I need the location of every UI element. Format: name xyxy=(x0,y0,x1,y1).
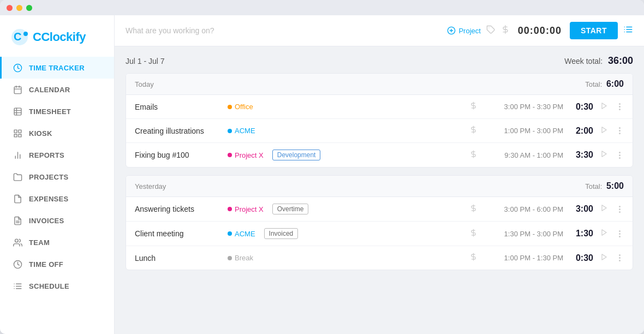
sidebar-item-projects[interactable]: PROJECTS xyxy=(0,166,114,188)
entry-name: Answering tickets xyxy=(135,205,222,213)
timesheet-icon xyxy=(13,106,22,116)
billing-status-icon[interactable] xyxy=(468,253,479,263)
entry-name: Client meeting xyxy=(135,229,222,238)
billing-status-icon[interactable] xyxy=(468,102,479,112)
maximize-button[interactable] xyxy=(26,5,32,11)
entry-tag: Development xyxy=(272,150,321,160)
kiosk-icon xyxy=(13,128,22,138)
sidebar-item-expenses[interactable]: EXPENSES xyxy=(0,188,114,210)
sidebar-label-calendar: CALENDAR xyxy=(29,86,70,94)
entry-row: Emails Office 3:00 PM - 3:30 PM 0:30 xyxy=(126,95,633,119)
duration: 0:30 xyxy=(569,253,593,263)
svg-marker-41 xyxy=(602,103,606,109)
billing-status-icon[interactable] xyxy=(468,204,479,214)
week-total-value: 36:00 xyxy=(608,55,633,66)
sidebar-item-calendar[interactable]: CALENDAR xyxy=(0,79,114,100)
logo: C CClockify xyxy=(0,24,114,57)
view-toggle-icon[interactable] xyxy=(623,25,633,37)
sidebar-label-timesheet: TIMESHEET xyxy=(29,108,71,116)
svg-marker-45 xyxy=(602,151,606,157)
entry-row: Lunch Break 1:00 PM - 1:30 PM 0:30 xyxy=(126,246,633,270)
app-window: C CClockify TIME TRACKER CALENDAR xyxy=(0,0,644,334)
time-range: 1:00 PM - 3:00 PM xyxy=(484,127,563,135)
play-button[interactable] xyxy=(599,102,610,112)
entry-row: Client meeting ACME Invoiced 1:30 PM - 3… xyxy=(126,222,633,246)
sidebar-label-time-tracker: TIME TRACKER xyxy=(29,64,85,72)
svg-text:C: C xyxy=(14,31,21,43)
more-options-button[interactable] xyxy=(615,127,624,134)
billing-status-icon[interactable] xyxy=(468,229,479,239)
yesterday-header: Yesterday Total: 5:00 xyxy=(126,176,633,197)
start-button[interactable]: START xyxy=(570,22,618,39)
close-button[interactable] xyxy=(7,5,13,11)
today-header: Today Total: 6:00 xyxy=(126,74,633,95)
entry-row: Answering tickets Project X Overtime 3:0… xyxy=(126,197,633,222)
billing-icon[interactable] xyxy=(501,25,510,36)
yesterday-total-value: 5:00 xyxy=(606,181,624,190)
play-button[interactable] xyxy=(599,126,610,136)
entry-project: Break xyxy=(228,254,253,262)
project-color-dot xyxy=(228,153,232,157)
add-project-icon xyxy=(447,26,456,35)
sidebar-label-reports: REPORTS xyxy=(29,151,64,159)
play-button[interactable] xyxy=(599,253,610,263)
sidebar-item-time-off[interactable]: TIME OFF xyxy=(0,253,114,275)
svg-marker-49 xyxy=(602,230,606,236)
logo-text: CClockify xyxy=(33,30,86,44)
sidebar-item-invoices[interactable]: INVOICES xyxy=(0,210,114,231)
sidebar: C CClockify TIME TRACKER CALENDAR xyxy=(0,15,115,334)
sidebar-item-timesheet[interactable]: TIMESHEET xyxy=(0,100,114,122)
sidebar-item-team[interactable]: TEAM xyxy=(0,231,114,253)
time-range: 1:00 PM - 1:30 PM xyxy=(484,254,563,262)
time-range: 9:30 AM - 1:00 PM xyxy=(484,151,563,159)
more-options-button[interactable] xyxy=(615,230,624,237)
svg-rect-12 xyxy=(14,130,17,133)
sidebar-label-team: TEAM xyxy=(29,238,50,247)
sidebar-label-invoices: INVOICES xyxy=(29,217,64,225)
entry-name: Fixing bug #100 xyxy=(135,151,222,159)
project-button[interactable]: Project xyxy=(447,26,480,35)
svg-marker-51 xyxy=(602,254,606,260)
billing-status-icon[interactable] xyxy=(468,150,479,160)
play-button[interactable] xyxy=(599,229,610,238)
more-options-button[interactable] xyxy=(615,103,624,110)
time-off-icon xyxy=(13,259,22,269)
more-options-button[interactable] xyxy=(615,152,624,159)
play-button[interactable] xyxy=(599,204,610,214)
today-total: Total: 6:00 xyxy=(585,79,624,89)
entry-row: Creating illustrations ACME 1:00 PM - 3:… xyxy=(126,119,633,143)
sidebar-label-time-off: TIME OFF xyxy=(29,260,63,269)
entries-content: Jul 1 - Jul 7 Week total: 36:00 Today To… xyxy=(115,46,644,334)
entry-name: Emails xyxy=(135,103,222,111)
week-total: Week total: 36:00 xyxy=(564,55,633,67)
tracker-bar: Project 00:00:00 START xyxy=(115,15,644,46)
duration: 0:30 xyxy=(569,102,593,112)
duration: 3:30 xyxy=(569,150,593,160)
sidebar-item-schedule[interactable]: SCHEDULE xyxy=(0,275,114,297)
project-name: ACME xyxy=(235,127,255,135)
today-section: Today Total: 6:00 Emails Office xyxy=(126,73,633,168)
play-button[interactable] xyxy=(599,150,610,160)
billing-status-icon[interactable] xyxy=(468,126,479,136)
sidebar-item-kiosk[interactable]: KIOSK xyxy=(0,122,114,144)
tracker-input[interactable] xyxy=(126,26,442,35)
sidebar-item-time-tracker[interactable]: TIME TRACKER xyxy=(0,57,114,79)
tag-icon[interactable] xyxy=(486,25,496,37)
sidebar-label-projects: PROJECTS xyxy=(29,173,68,181)
sidebar-item-reports[interactable]: REPORTS xyxy=(0,144,114,166)
entry-project: Project X xyxy=(228,151,264,159)
entry-project: ACME xyxy=(228,127,255,135)
calendar-icon xyxy=(13,85,22,94)
more-options-button[interactable] xyxy=(615,206,624,213)
duration: 1:30 xyxy=(569,229,593,238)
duration: 2:00 xyxy=(569,126,593,136)
minimize-button[interactable] xyxy=(16,5,22,11)
expenses-icon xyxy=(13,194,22,204)
titlebar xyxy=(0,0,644,15)
more-options-button[interactable] xyxy=(615,254,624,261)
sidebar-label-kiosk: KIOSK xyxy=(29,129,52,138)
sidebar-label-schedule: SCHEDULE xyxy=(29,282,69,290)
project-name: Project X xyxy=(235,205,264,213)
svg-marker-43 xyxy=(602,127,606,133)
time-range: 1:30 PM - 3:00 PM xyxy=(484,230,563,238)
